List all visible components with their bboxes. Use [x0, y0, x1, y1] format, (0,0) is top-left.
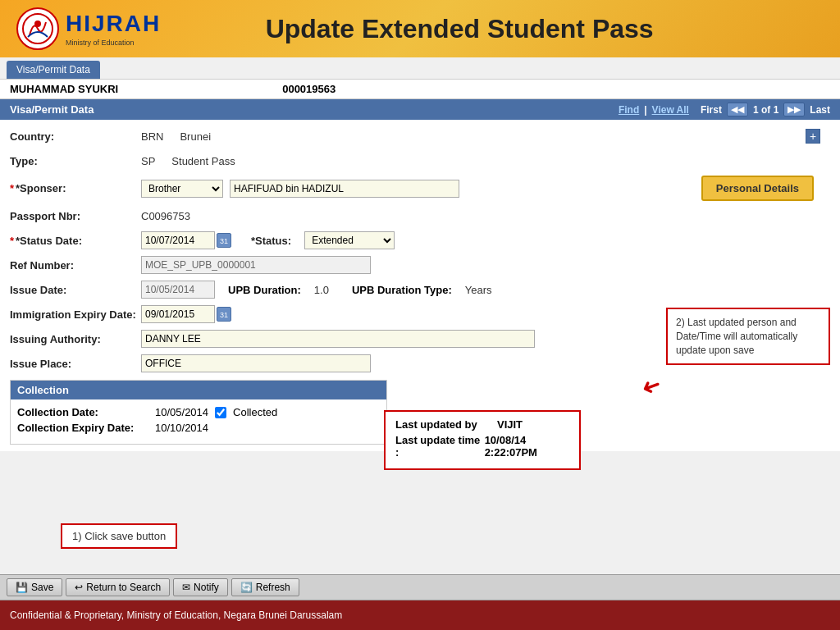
ref-number-input — [141, 256, 371, 274]
view-all-link[interactable]: View All — [652, 104, 689, 116]
save-button[interactable]: 💾 Save — [7, 578, 62, 596]
svg-point-1 — [34, 21, 41, 27]
find-link[interactable]: Find — [619, 104, 639, 116]
logo-subtext: Ministry of Education — [66, 39, 161, 47]
upb-duration-type-value: Years — [465, 284, 492, 296]
issue-place-label: Issue Place: — [10, 358, 141, 370]
last-updated-by-row: Last updated by VIJIT — [395, 418, 569, 431]
upb-row: UPB Duration: 1.0 UPB Duration Type: Yea… — [228, 284, 492, 296]
first-label: First — [701, 104, 722, 116]
last-updated-by-value: VIJIT — [497, 418, 523, 431]
student-name: MUHAMMAD SYUKRI — [10, 83, 118, 95]
return-to-search-button[interactable]: ↩ Return to Search — [66, 578, 170, 596]
pagination-info: 1 of 1 — [753, 104, 778, 116]
page-header: HIJRAH Ministry of Education Update Exte… — [0, 0, 840, 57]
type-label: Type: — [10, 155, 141, 167]
personal-details-button[interactable]: Personal Details — [701, 176, 814, 201]
last-label: Last — [810, 104, 830, 116]
issue-place-input[interactable] — [141, 354, 371, 372]
last-updated-by-label: Last updated by — [395, 418, 494, 431]
page-title: Update Extended Student Pass — [161, 14, 758, 44]
collection-section: Collection Collection Date: 10/05/2014 C… — [10, 380, 387, 445]
type-name: Student Pass — [171, 155, 235, 167]
type-code: SP — [141, 155, 155, 167]
sponsor-controls: Brother Father Mother Self Other — [141, 180, 459, 198]
logo-text: HIJRAH — [66, 11, 161, 37]
first-button[interactable]: ◀◀ — [727, 103, 748, 116]
tab-visa-permit-data[interactable]: Visa/Permit Data — [7, 61, 100, 79]
sponsor-name-input[interactable] — [230, 180, 459, 198]
section-title: Visa/Permit Data — [10, 103, 94, 116]
annotation-text: 2) Last updated person and Date/Time wil… — [676, 317, 797, 356]
collection-body: Collection Date: 10/05/2014 Collected Co… — [11, 399, 386, 444]
refresh-icon: 🔄 — [240, 582, 253, 593]
return-label: Return to Search — [86, 582, 161, 593]
ref-number-label: Ref Number: — [10, 259, 141, 272]
annotation-box: 2) Last updated person and Date/Time wil… — [666, 308, 830, 365]
status-field-label: *Status: — [251, 235, 291, 247]
sponsor-row: *Sponser: Brother Father Mother Self Oth… — [10, 176, 830, 201]
save-icon: 💾 — [16, 582, 28, 593]
status-date-row: *Status Date: 31 *Status: Extended Activ… — [10, 231, 830, 250]
refresh-label: Refresh — [256, 582, 290, 593]
last-updated-box: Last updated by VIJIT Last update time :… — [384, 410, 581, 470]
section-nav: Find | View All First ◀◀ 1 of 1 ▶▶ Last — [619, 103, 830, 116]
last-updated-time-label: Last update time : — [395, 434, 482, 459]
passport-label: Passport Nbr: — [10, 210, 141, 222]
refresh-button[interactable]: 🔄 Refresh — [231, 578, 299, 596]
notify-button[interactable]: ✉ Notify — [173, 578, 228, 596]
last-updated-time-value: 10/08/14 2:22:07PM — [485, 434, 569, 459]
footer-text: Confidential & Proprietary, Ministry of … — [10, 609, 342, 621]
ref-number-row: Ref Number: — [10, 255, 830, 275]
status-select[interactable]: Extended Active Expired Cancelled — [304, 231, 395, 249]
upb-duration-type-label: UPB Duration Type: — [352, 284, 452, 296]
footer: Confidential & Proprietary, Ministry of … — [0, 600, 840, 630]
last-button[interactable]: ▶▶ — [783, 103, 805, 116]
sponsor-select[interactable]: Brother Father Mother Self Other — [141, 180, 223, 198]
collection-expiry-label: Collection Expiry Date: — [17, 422, 148, 434]
immigration-expiry-calendar-icon[interactable]: 31 — [217, 307, 231, 322]
country-row: Country: BRN Brunei + — [10, 126, 830, 146]
logo-circle — [16, 7, 59, 50]
student-bar: MUHAMMAD SYUKRI 000019563 — [0, 80, 840, 99]
immigration-expiry-label: Immigration Expiry Date: — [10, 308, 141, 321]
collection-expiry-value: 10/10/2014 — [155, 422, 208, 434]
collected-label: Collected — [233, 406, 277, 418]
country-name: Brunei — [180, 130, 211, 143]
last-updated-time-row: Last update time : 10/08/14 2:22:07PM — [395, 434, 569, 459]
notify-label: Notify — [194, 582, 219, 593]
issue-date-input — [141, 281, 215, 299]
tab-bar: Visa/Permit Data — [0, 57, 840, 80]
status-date-input[interactable] — [141, 231, 215, 249]
type-row: Type: SP Student Pass — [10, 151, 830, 171]
issuing-authority-label: Issuing Authority: — [10, 333, 141, 345]
status-section: *Status: Extended Active Expired Cancell… — [251, 231, 395, 249]
collection-date-value: 10/05/2014 — [155, 406, 208, 418]
country-code: BRN — [141, 130, 163, 143]
upb-duration-label: UPB Duration: — [228, 284, 301, 296]
save-annotation-text: 1) Click save button — [72, 530, 166, 542]
add-button[interactable]: + — [806, 129, 820, 144]
collection-date-label: Collection Date: — [17, 406, 148, 418]
upb-duration-value: 1.0 — [314, 284, 329, 296]
issue-date-row: Issue Date: UPB Duration: 1.0 UPB Durati… — [10, 280, 830, 299]
passport-value: C0096753 — [141, 210, 190, 222]
status-date-calendar-icon[interactable]: 31 — [217, 233, 231, 248]
section-header: Visa/Permit Data Find | View All First ◀… — [0, 99, 840, 120]
save-annotation-box: 1) Click save button — [61, 523, 177, 549]
collection-date-row: Collection Date: 10/05/2014 Collected — [17, 406, 380, 418]
collected-checkbox[interactable] — [215, 407, 226, 418]
return-icon: ↩ — [75, 582, 83, 593]
save-label: Save — [31, 582, 53, 593]
sponsor-label: *Sponser: — [10, 182, 141, 194]
country-label: Country: — [10, 130, 141, 143]
passport-row: Passport Nbr: C0096753 — [10, 206, 830, 226]
issue-date-label: Issue Date: — [10, 284, 141, 296]
bottom-toolbar: 💾 Save ↩ Return to Search ✉ Notify 🔄 Ref… — [0, 574, 840, 600]
main-content: Country: BRN Brunei + Type: SP Student P… — [0, 120, 840, 451]
logo-area: HIJRAH Ministry of Education — [16, 7, 161, 50]
notify-icon: ✉ — [182, 582, 190, 593]
issuing-authority-input[interactable] — [141, 330, 535, 348]
immigration-expiry-input[interactable] — [141, 305, 215, 323]
collection-expiry-row: Collection Expiry Date: 10/10/2014 — [17, 422, 380, 434]
